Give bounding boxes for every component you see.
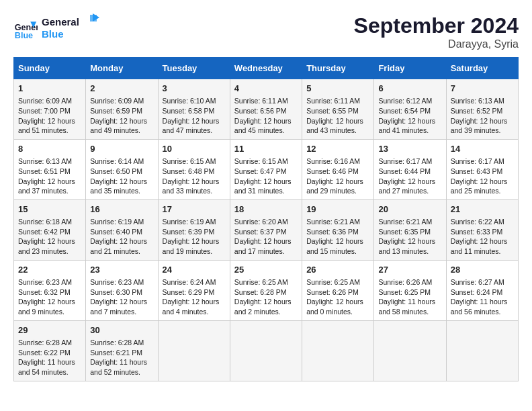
day-number: 26: [306, 264, 369, 276]
sunset-label: Sunset: 6:54 PM: [378, 107, 431, 115]
sunrise-label: Sunrise: 6:14 AM: [90, 157, 144, 165]
sunrise-label: Sunrise: 6:10 AM: [163, 97, 216, 105]
day-number: 21: [451, 203, 514, 216]
calendar-cell-day-21: 21Sunrise: 6:22 AMSunset: 6:33 PMDayligh…: [446, 199, 518, 260]
calendar-cell-day-17: 17Sunrise: 6:19 AMSunset: 6:39 PMDayligh…: [158, 199, 230, 260]
daylight-label: Daylight: 12 hours: [90, 177, 147, 185]
daylight-minutes: and 27 minutes.: [378, 187, 429, 195]
sunset-label: Sunset: 6:58 PM: [163, 107, 215, 115]
calendar-cell-day-30: 30Sunrise: 6:28 AMSunset: 6:21 PMDayligh…: [86, 320, 158, 381]
sunset-label: Sunset: 6:25 PM: [378, 288, 431, 296]
sunset-label: Sunset: 6:22 PM: [18, 349, 71, 357]
col-wednesday: Wednesday: [230, 58, 302, 79]
sunrise-label: Sunrise: 6:17 AM: [378, 157, 432, 165]
sunset-label: Sunset: 6:59 PM: [90, 107, 142, 115]
calendar-cell-day-4: 4Sunrise: 6:11 AMSunset: 6:56 PMDaylight…: [230, 79, 302, 140]
calendar-cell-day-25: 25Sunrise: 6:25 AMSunset: 6:28 PMDayligh…: [230, 260, 302, 320]
daylight-label: Daylight: 12 hours: [378, 177, 435, 185]
daylight-label: Daylight: 11 hours: [90, 358, 147, 366]
calendar-cell-empty: [230, 320, 302, 381]
daylight-label: Daylight: 12 hours: [90, 237, 147, 245]
day-number: 29: [18, 324, 81, 336]
sunrise-label: Sunrise: 6:23 AM: [18, 278, 72, 286]
col-thursday: Thursday: [302, 58, 374, 79]
sunrise-label: Sunrise: 6:19 AM: [90, 218, 144, 226]
calendar-week-5: 29Sunrise: 6:28 AMSunset: 6:22 PMDayligh…: [14, 320, 519, 381]
daylight-minutes: and 29 minutes.: [306, 187, 357, 195]
sunset-label: Sunset: 6:37 PM: [234, 228, 287, 236]
daylight-label: Daylight: 12 hours: [18, 298, 75, 306]
calendar-cell-day-23: 23Sunrise: 6:23 AMSunset: 6:30 PMDayligh…: [86, 260, 158, 320]
logo-icon: General Blue: [13, 17, 38, 41]
sunrise-label: Sunrise: 6:13 AM: [18, 157, 72, 165]
sunset-label: Sunset: 6:33 PM: [451, 228, 503, 236]
sunset-label: Sunset: 6:44 PM: [378, 167, 431, 175]
daylight-minutes: and 4 minutes.: [163, 308, 209, 316]
calendar-cell-day-22: 22Sunrise: 6:23 AMSunset: 6:32 PMDayligh…: [14, 260, 86, 320]
sunrise-label: Sunrise: 6:23 AM: [90, 278, 144, 286]
calendar-cell-day-6: 6Sunrise: 6:12 AMSunset: 6:54 PMDaylight…: [374, 79, 446, 140]
daylight-label: Daylight: 12 hours: [451, 237, 508, 245]
daylight-minutes: and 58 minutes.: [378, 308, 429, 316]
daylight-minutes: and 56 minutes.: [451, 308, 501, 316]
calendar-cell-empty: [302, 320, 374, 381]
daylight-label: Daylight: 12 hours: [18, 117, 75, 125]
daylight-minutes: and 9 minutes.: [18, 308, 64, 316]
calendar-cell-day-1: 1Sunrise: 6:09 AMSunset: 7:00 PMDaylight…: [14, 79, 86, 140]
daylight-minutes: and 39 minutes.: [451, 126, 501, 134]
day-number: 11: [234, 143, 298, 155]
calendar-cell-day-26: 26Sunrise: 6:25 AMSunset: 6:26 PMDayligh…: [302, 260, 374, 320]
daylight-label: Daylight: 12 hours: [306, 177, 363, 185]
daylight-label: Daylight: 12 hours: [163, 177, 220, 185]
svg-text:Blue: Blue: [15, 31, 33, 40]
day-number: 10: [163, 143, 226, 155]
daylight-minutes: and 37 minutes.: [18, 187, 69, 195]
day-number: 2: [90, 83, 153, 95]
daylight-minutes: and 47 minutes.: [163, 126, 213, 134]
sunset-label: Sunset: 6:29 PM: [163, 288, 215, 296]
sunrise-label: Sunrise: 6:09 AM: [18, 97, 72, 105]
daylight-minutes: and 21 minutes.: [90, 247, 140, 255]
sunset-label: Sunset: 6:35 PM: [378, 228, 431, 236]
day-number: 3: [163, 83, 226, 95]
sunrise-label: Sunrise: 6:21 AM: [306, 218, 360, 226]
calendar-week-1: 1Sunrise: 6:09 AMSunset: 7:00 PMDaylight…: [14, 79, 519, 140]
logo: General Blue General Blue: [13, 13, 102, 44]
sunrise-label: Sunrise: 6:25 AM: [234, 278, 288, 286]
col-friday: Friday: [374, 58, 446, 79]
daylight-minutes: and 31 minutes.: [234, 187, 285, 195]
sunrise-label: Sunrise: 6:21 AM: [378, 218, 432, 226]
day-number: 6: [378, 83, 441, 95]
daylight-minutes: and 2 minutes.: [234, 308, 281, 316]
sunset-label: Sunset: 6:32 PM: [18, 288, 71, 296]
daylight-label: Daylight: 12 hours: [378, 237, 435, 245]
calendar-cell-day-2: 2Sunrise: 6:09 AMSunset: 6:59 PMDaylight…: [86, 79, 158, 140]
day-number: 7: [451, 83, 514, 95]
sunset-label: Sunset: 6:52 PM: [451, 107, 503, 115]
daylight-label: Daylight: 11 hours: [451, 298, 508, 306]
day-number: 27: [378, 264, 441, 276]
sunrise-label: Sunrise: 6:15 AM: [163, 157, 216, 165]
day-number: 14: [451, 143, 514, 155]
sunrise-label: Sunrise: 6:18 AM: [18, 218, 72, 226]
daylight-label: Daylight: 12 hours: [234, 117, 292, 125]
day-number: 22: [18, 264, 81, 276]
calendar-week-3: 15Sunrise: 6:18 AMSunset: 6:42 PMDayligh…: [14, 199, 519, 260]
day-number: 15: [18, 203, 81, 216]
daylight-minutes: and 35 minutes.: [90, 187, 140, 195]
daylight-label: Daylight: 12 hours: [18, 237, 75, 245]
daylight-minutes: and 0 minutes.: [306, 308, 353, 316]
daylight-minutes: and 7 minutes.: [90, 308, 136, 316]
sunrise-label: Sunrise: 6:09 AM: [90, 97, 144, 105]
daylight-minutes: and 19 minutes.: [163, 247, 213, 255]
calendar-header-row: Sunday Monday Tuesday Wednesday Thursday…: [14, 58, 519, 79]
sunrise-label: Sunrise: 6:11 AM: [306, 97, 360, 105]
page-header: General Blue General Blue September 2024…: [13, 13, 519, 50]
daylight-minutes: and 33 minutes.: [163, 187, 213, 195]
sunset-label: Sunset: 6:36 PM: [306, 228, 359, 236]
sunset-label: Sunset: 6:56 PM: [234, 107, 287, 115]
daylight-minutes: and 51 minutes.: [18, 126, 69, 134]
calendar-cell-day-16: 16Sunrise: 6:19 AMSunset: 6:40 PMDayligh…: [86, 199, 158, 260]
daylight-label: Daylight: 11 hours: [378, 298, 435, 306]
daylight-minutes: and 52 minutes.: [90, 368, 140, 376]
